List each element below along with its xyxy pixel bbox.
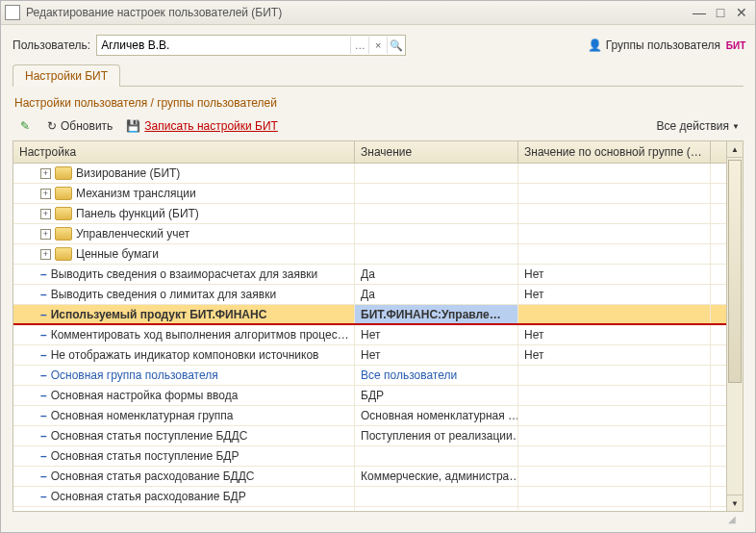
table-row[interactable]: +Визирование (БИТ) [13, 164, 726, 184]
leaf-icon: – [40, 490, 47, 503]
vertical-scrollbar[interactable]: ▲ ▼ [726, 141, 743, 511]
row-label: Ценные бумаги [76, 247, 159, 261]
tab-bar: Настройки БИТ [13, 63, 743, 87]
table-row[interactable]: +Управленческий учет [13, 224, 726, 244]
tab-settings-bit[interactable]: Настройки БИТ [13, 64, 120, 87]
row-value[interactable]: Да [355, 285, 518, 304]
table-row[interactable]: +Ценные бумаги [13, 244, 726, 265]
section-heading: Настройки пользователя / группы пользова… [14, 96, 743, 110]
leaf-icon: – [40, 368, 47, 382]
minimize-button[interactable]: — [690, 5, 709, 20]
maximize-button[interactable]: □ [711, 5, 730, 20]
titlebar: Редактирование настроек пользователей (Б… [1, 1, 755, 25]
row-value[interactable]: Да [355, 265, 518, 284]
row-value[interactable]: БИТ.ФИНАНС:Управле… [355, 305, 518, 324]
table-row[interactable]: –Основная статья расходование БДР [13, 487, 726, 507]
row-label: Основная статья поступление БДДС [51, 429, 248, 443]
column-value[interactable]: Значение [355, 141, 518, 163]
app-window: Редактирование настроек пользователей (Б… [0, 0, 756, 533]
user-search-button[interactable]: 🔍 [387, 37, 405, 54]
scroll-down-button[interactable]: ▼ [727, 495, 743, 511]
row-value[interactable]: Поступления от реализации… [355, 426, 518, 445]
row-value[interactable]: Коммерческие, администра… [355, 467, 518, 486]
row-value[interactable] [355, 244, 518, 264]
refresh-icon: ↻ [47, 119, 57, 133]
table-row[interactable]: –Основная группа пользователяВсе пользов… [13, 366, 726, 386]
leaf-icon: – [40, 288, 47, 301]
table-row[interactable]: –Основная статья поступление БДР [13, 446, 726, 467]
user-field[interactable]: … × 🔍 [96, 35, 406, 56]
grid-header: Настройка Значение Значение по основной … [13, 141, 726, 164]
expand-icon[interactable]: + [40, 189, 51, 199]
row-group-value [518, 244, 711, 264]
close-button[interactable]: ✕ [732, 5, 751, 20]
toolbar: ✎ ↻Обновить 💾Записать настройки БИТ Все … [13, 115, 743, 140]
row-value[interactable]: Все пользователи [355, 366, 518, 385]
column-group-value[interactable]: Значение по основной группе (только ... [518, 141, 711, 163]
expand-icon[interactable]: + [40, 168, 51, 179]
table-row[interactable]: –Основная настройка формы вводаБДР [13, 386, 726, 406]
expand-icon[interactable]: + [40, 209, 51, 219]
table-row[interactable]: –Выводить сведения о взаиморасчетах для … [13, 265, 726, 285]
row-group-value: Нет [518, 285, 711, 304]
table-row[interactable]: +Панель функций (БИТ) [13, 204, 726, 224]
row-value[interactable]: Основная номенклатурная … [355, 406, 518, 425]
row-group-value [518, 467, 711, 486]
row-value[interactable]: ОАО ПромСтрой [355, 507, 518, 510]
row-group-value [518, 426, 711, 445]
row-label: Панель функций (БИТ) [76, 207, 199, 220]
row-value[interactable] [355, 164, 518, 183]
user-groups-link[interactable]: 👤 Группы пользователя [588, 38, 720, 52]
table-row[interactable]: +Механизм трансляции [13, 184, 726, 204]
row-value[interactable]: Нет [355, 345, 518, 365]
row-group-value: Нет [518, 265, 711, 284]
row-value[interactable] [355, 224, 518, 243]
row-group-value [518, 406, 711, 425]
row-label: Управленческий учет [76, 227, 189, 241]
folder-icon [55, 207, 72, 220]
table-row[interactable]: –Основная номенклатурная группаОсновная … [13, 406, 726, 426]
user-icon: 👤 [588, 38, 602, 52]
row-label: Выводить сведения о лимитах для заявки [51, 288, 276, 301]
row-group-value [518, 366, 711, 385]
edit-button[interactable]: ✎ [16, 117, 38, 135]
row-group-value: Нет [518, 325, 711, 344]
row-group-value [518, 204, 711, 223]
table-row[interactable]: –Основное ЦФООАО ПромСтрой [13, 507, 726, 510]
resize-grip[interactable]: ◢ [13, 512, 743, 526]
leaf-icon: – [40, 267, 47, 281]
expand-icon[interactable]: + [40, 229, 51, 240]
table-row[interactable]: –Выводить сведения о лимитах для заявкиД… [13, 285, 726, 305]
table-row[interactable]: –Используемый продукт БИТ.ФИНАНСБИТ.ФИНА… [13, 305, 726, 325]
table-row[interactable]: –Основная статья поступление БДДСПоступл… [13, 426, 726, 446]
table-row[interactable]: –Основная статья расходование БДДСКоммер… [13, 467, 726, 487]
save-settings-button[interactable]: 💾Записать настройки БИТ [122, 117, 282, 135]
leaf-icon: – [40, 328, 47, 342]
all-actions-menu[interactable]: Все действия ▼ [657, 119, 740, 133]
save-icon: 💾 [126, 119, 140, 133]
expand-icon[interactable]: + [40, 249, 51, 260]
bit-icon[interactable]: БИТ [728, 38, 743, 53]
scrollbar-thumb[interactable] [728, 160, 742, 383]
row-value[interactable] [355, 446, 518, 466]
refresh-button[interactable]: ↻Обновить [43, 117, 116, 135]
row-value[interactable] [355, 204, 518, 223]
folder-icon [55, 227, 72, 241]
row-value[interactable]: Нет [355, 325, 518, 344]
user-select-button[interactable]: … [350, 37, 368, 54]
row-value[interactable]: БДР [355, 386, 518, 405]
row-label: Основная статья расходование БДДС [51, 470, 255, 483]
folder-icon [55, 247, 72, 261]
user-input[interactable] [97, 38, 350, 52]
user-clear-button[interactable]: × [368, 37, 387, 54]
leaf-icon: – [40, 429, 47, 443]
table-row[interactable]: –Не отображать индикатор компоновки исто… [13, 345, 726, 366]
scroll-up-button[interactable]: ▲ [727, 141, 743, 158]
column-name[interactable]: Настройка [13, 141, 355, 163]
row-group-value [518, 184, 711, 203]
row-value[interactable] [355, 184, 518, 203]
table-row[interactable]: –Комментировать ход выполнения алгоритмо… [13, 325, 726, 345]
row-label: Механизм трансляции [76, 187, 196, 200]
row-value[interactable] [355, 487, 518, 506]
row-label: Выводить сведения о взаиморасчетах для з… [51, 267, 318, 281]
